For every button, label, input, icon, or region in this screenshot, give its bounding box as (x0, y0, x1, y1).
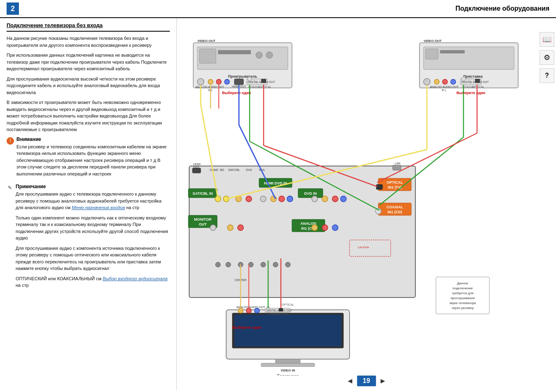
svg-point-66 (322, 196, 328, 202)
svg-text:Данное: Данное (457, 281, 468, 285)
svg-rect-101 (279, 308, 283, 311)
svg-point-70 (322, 225, 328, 231)
attention-title: Внимание (16, 136, 170, 142)
svg-rect-3 (199, 49, 216, 63)
note-p4: ОПТИЧЕСКИЙ или КОАКСИАЛЬНЫЙ см Выбор вхо… (16, 275, 170, 289)
coaxial-in1-label: COAXIAL (387, 205, 403, 209)
svg-rect-34 (475, 79, 480, 83)
receiver-label: Приставка (463, 74, 483, 78)
diagram-svg: Проигрыватель VIDEO OUT ANALOG AUDIO OUT… (177, 18, 539, 376)
video-out-label1: VIDEO OUT (197, 39, 215, 43)
choose-one-label1: Выберите один (222, 91, 251, 95)
section1-p1: На данном рисунке показаны подключения т… (7, 35, 170, 48)
svg-text:ANALOG AUDIO OUT: ANALOG AUDIO OUT (430, 85, 459, 88)
svg-rect-18 (261, 79, 266, 83)
svg-point-25 (442, 79, 447, 84)
svg-point-82 (273, 262, 278, 267)
svg-point-78 (226, 262, 231, 267)
svg-text:BD: BD (220, 168, 224, 171)
divider1 (7, 31, 170, 32)
svg-text:OPTICAL: OPTICAL (278, 312, 289, 315)
svg-point-33 (461, 77, 466, 81)
attention-text: Если ресивер и телевизор соединены компо… (16, 143, 170, 178)
svg-rect-21 (426, 49, 438, 59)
note-title: Примечание (16, 184, 170, 189)
right-panel: Проигрыватель VIDEO OUT ANALOG AUDIO OUT… (177, 18, 556, 390)
svg-rect-12 (234, 79, 243, 85)
svg-rect-91 (261, 363, 315, 367)
help-icon-btn[interactable]: ? (540, 68, 554, 83)
svg-point-83 (285, 262, 290, 267)
book-icon-btn[interactable]: 📖 (540, 32, 554, 47)
svg-text:OPTICAL: OPTICAL (259, 85, 271, 88)
svg-text:HDMI: HDMI (193, 163, 201, 166)
svg-rect-73 (376, 184, 382, 189)
main-content: Подключение телевизора без входа На данн… (0, 18, 556, 390)
svg-text:CAUTION: CAUTION (358, 246, 369, 249)
svg-point-9 (216, 79, 221, 84)
optical-in1-label: OPTICAL (387, 180, 403, 184)
svg-point-26 (451, 79, 456, 84)
svg-text:прослушивания: прослушивания (451, 296, 475, 300)
svg-point-10 (225, 79, 229, 84)
svg-rect-89 (234, 315, 341, 346)
next-page-button[interactable]: ► (379, 377, 387, 385)
svg-text:OUT: OUT (199, 222, 207, 226)
note-link1[interactable]: Меню назначения входов (72, 205, 125, 210)
svg-point-24 (434, 79, 439, 84)
svg-point-61 (260, 196, 266, 202)
section1-p3: Для прослушивания аудиосигнала высокой ч… (7, 76, 170, 96)
prev-page-button[interactable]: ◄ (346, 377, 354, 385)
svg-text:SAT/CBL: SAT/CBL (228, 168, 240, 171)
video-out-label2: VIDEO OUT (424, 39, 442, 43)
svg-point-94 (255, 308, 259, 313)
svg-text:OPTICAL: OPTICAL (282, 303, 294, 306)
svg-rect-37 (393, 165, 401, 170)
choose-one-label3: Выберите один (232, 325, 261, 330)
chapter-number: 2 (7, 2, 19, 15)
svg-point-7 (197, 78, 204, 85)
note-content: Примечание Для прослушивания аудио с тел… (16, 184, 170, 292)
video-in-label: VIDEO IN (280, 369, 295, 372)
page-header: 2 Подключение оборудования (0, 0, 556, 18)
svg-text:DVD: DVD (246, 168, 252, 171)
monitor-out-label: MONITOR (194, 217, 212, 221)
svg-point-77 (215, 262, 220, 267)
note-p1: Для прослушивания аудио с телевизора под… (16, 191, 170, 211)
svg-point-60 (246, 196, 252, 202)
svg-point-65 (312, 196, 317, 202)
player-label: Проигрыватель (228, 74, 257, 78)
svg-text:R        L: R L (442, 89, 447, 92)
note-link2[interactable]: Выбор входного аудиосигнала (103, 276, 168, 281)
note-p3: Для прослушивания аудио с компонента ист… (16, 245, 170, 272)
section1-p4: В зависимости от проигрывателя может быт… (7, 99, 170, 133)
page-number: 19 (357, 376, 376, 386)
choose-one-label2: Выберите один (456, 91, 485, 95)
svg-text:GAME: GAME (210, 168, 218, 171)
attention-content: Внимание Если ресивер и телевизор соедин… (16, 136, 170, 181)
svg-point-74 (210, 225, 216, 231)
dvd-in-label: DVD IN (304, 191, 317, 196)
right-icons-panel: 📖 ⚙ ? (538, 30, 556, 85)
svg-rect-4 (218, 50, 251, 54)
svg-point-6 (266, 52, 273, 58)
settings-icon-btn[interactable]: ⚙ (540, 50, 554, 65)
svg-point-69 (312, 225, 317, 231)
page-navigation: ◄ 19 ► (346, 376, 386, 386)
svg-point-17 (248, 77, 252, 81)
svg-rect-40 (192, 168, 201, 173)
svg-text:LAN: LAN (395, 162, 401, 165)
svg-point-68 (341, 196, 346, 202)
note-p2: Только один компонент можно подключить к… (16, 214, 170, 242)
svg-text:звука телевизора: звука телевизора (449, 301, 476, 305)
svg-text:подключение: подключение (452, 286, 473, 290)
left-panel: Подключение телевизора без входа На данн… (0, 18, 177, 390)
sat-cbl-in-label: SAT/CBL IN (192, 191, 213, 196)
analog-audio-label-p: ANALOG AUDIO OUT (195, 85, 224, 88)
svg-point-71 (332, 225, 338, 231)
note-box: ✎ Примечание Для прослушивания аудио с т… (7, 184, 170, 292)
section1-p2: При использовании данных подключений кар… (7, 52, 170, 72)
svg-point-75 (227, 225, 233, 231)
svg-point-63 (279, 196, 285, 202)
svg-point-81 (261, 262, 266, 267)
